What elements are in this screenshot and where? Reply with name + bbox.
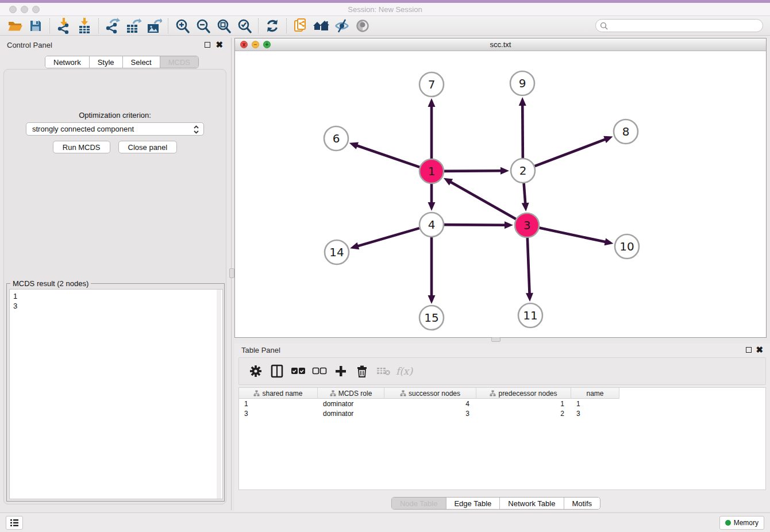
column-header[interactable]: MCDS role xyxy=(318,388,384,399)
graph-edge-4-3[interactable] xyxy=(444,225,506,225)
arrowhead-icon xyxy=(349,142,359,149)
tab-style[interactable]: Style xyxy=(90,56,123,68)
graph-edge-1-2[interactable] xyxy=(444,171,502,171)
toolbar-separator xyxy=(49,18,50,33)
tab-node-table[interactable]: Node Table xyxy=(392,498,446,509)
column-header[interactable]: name xyxy=(571,388,619,399)
tab-network-table[interactable]: Network Table xyxy=(500,498,564,509)
checked-boxes-icon xyxy=(291,367,306,375)
tab-select[interactable]: Select xyxy=(123,56,160,68)
horizontal-splitter-grip[interactable] xyxy=(491,337,500,342)
export-table-button[interactable] xyxy=(123,17,144,34)
hide-selected-button[interactable] xyxy=(332,17,352,34)
refresh-view-button[interactable] xyxy=(262,17,283,34)
network-view-window: x − + scc.txt 7968124314101511 xyxy=(234,38,767,338)
graph-edge-3-10[interactable] xyxy=(540,228,606,242)
attribute-tree-icon xyxy=(330,390,336,396)
column-header[interactable]: shared name xyxy=(239,388,318,399)
float-table-panel-icon[interactable] xyxy=(746,347,752,353)
table-cell[interactable]: 2 xyxy=(476,408,571,418)
import-table-icon xyxy=(76,18,93,34)
graph-edge-3-1[interactable] xyxy=(450,182,516,219)
add-button[interactable] xyxy=(330,361,351,381)
zoom-in-button[interactable] xyxy=(172,17,192,34)
clone-network-button[interactable] xyxy=(290,17,311,34)
tab-mcds[interactable]: MCDS xyxy=(160,56,198,68)
delete-button[interactable] xyxy=(351,361,372,381)
table-panel-title: Table Panel xyxy=(241,346,280,354)
table-cell[interactable]: dominator xyxy=(318,399,384,408)
function-icon: f(x) xyxy=(396,365,413,377)
selected-option: strongly connected component xyxy=(32,125,134,133)
arrowhead-icon xyxy=(500,167,509,175)
save-session-button[interactable] xyxy=(25,17,46,34)
optimization-criterion-select[interactable]: strongly connected component xyxy=(26,122,204,136)
table-cell[interactable]: 3 xyxy=(384,408,476,418)
main-toolbar xyxy=(0,16,770,36)
tab-edge-table[interactable]: Edge Table xyxy=(446,498,500,509)
graph-edge-4-14[interactable] xyxy=(357,228,419,246)
zoom-out-icon xyxy=(195,18,210,33)
float-panel-icon[interactable] xyxy=(205,42,210,48)
memory-status-icon xyxy=(725,520,731,526)
import-table-button[interactable] xyxy=(74,17,95,34)
zoom-selected-button[interactable] xyxy=(234,17,255,34)
save-icon xyxy=(29,19,43,33)
export-image-button[interactable] xyxy=(144,17,164,34)
show-all-button[interactable] xyxy=(352,17,373,34)
memory-button[interactable]: Memory xyxy=(719,516,764,530)
graph-node-label: 2 xyxy=(519,164,527,178)
graph-edge-1-6[interactable] xyxy=(356,145,419,167)
close-panel-button[interactable]: Close panel xyxy=(118,141,178,153)
arrowhead-icon xyxy=(428,202,436,211)
task-history-button[interactable] xyxy=(6,516,23,530)
column-header[interactable]: predecessor nodes xyxy=(476,388,571,399)
export-network-button[interactable] xyxy=(102,17,123,34)
network-canvas[interactable]: 7968124314101511 xyxy=(235,51,766,337)
result-scrollbar[interactable] xyxy=(217,290,221,499)
graph-node-label: 10 xyxy=(619,240,634,253)
column-header[interactable]: successor nodes xyxy=(384,388,476,399)
close-table-panel-icon[interactable]: ✖ xyxy=(756,345,763,355)
run-mcds-button[interactable]: Run MCDS xyxy=(53,141,110,153)
zoom-fit-button[interactable] xyxy=(213,17,234,34)
graph-edge-2-8[interactable] xyxy=(535,139,606,166)
table-row[interactable]: 1dominator411 xyxy=(239,399,619,408)
network-graph: 7968124314101511 xyxy=(235,51,766,337)
zoom-out-button[interactable] xyxy=(192,17,213,34)
browse-column-button[interactable] xyxy=(266,361,287,381)
first-neighbors-button[interactable] xyxy=(311,17,332,34)
deselect-all-button[interactable] xyxy=(309,361,330,381)
graph-node-label: 8 xyxy=(622,125,630,138)
function-builder-button[interactable]: f(x) xyxy=(394,361,415,381)
table-cell[interactable]: dominator xyxy=(318,408,384,418)
table-cell[interactable]: 1 xyxy=(476,399,571,408)
tab-network[interactable]: Network xyxy=(45,56,90,68)
optimization-criterion-label: Optimization criterion: xyxy=(4,111,226,119)
vertical-splitter-grip[interactable] xyxy=(229,268,234,278)
graph-node-label: 9 xyxy=(519,76,526,90)
graph-node-label: 7 xyxy=(428,78,436,91)
attribute-tree-icon xyxy=(253,390,260,396)
delete-column-button[interactable] xyxy=(372,361,394,381)
graph-edge-3-11[interactable] xyxy=(528,238,530,294)
table-cell[interactable]: 1 xyxy=(571,399,619,408)
open-session-button[interactable] xyxy=(5,17,25,34)
search-input[interactable] xyxy=(608,21,763,31)
network-window-titlebar[interactable]: x − + scc.txt xyxy=(235,38,766,51)
table-row[interactable]: 3dominator323 xyxy=(239,408,619,418)
mcds-result-textarea[interactable]: 1 3 xyxy=(9,289,223,499)
graph-edge-2-3[interactable] xyxy=(524,183,526,204)
tab-motifs[interactable]: Motifs xyxy=(564,498,600,509)
table-cell[interactable]: 3 xyxy=(239,408,318,418)
table-settings-button[interactable] xyxy=(245,361,266,381)
graph-edge-2-9[interactable] xyxy=(522,105,523,158)
table-cell[interactable]: 3 xyxy=(571,408,619,418)
column-header-label: predecessor nodes xyxy=(498,390,557,398)
graph-node-label: 14 xyxy=(329,245,344,259)
table-cell[interactable]: 1 xyxy=(239,399,318,408)
close-panel-icon[interactable]: ✖ xyxy=(215,40,223,50)
import-network-button[interactable] xyxy=(53,17,74,34)
select-all-button[interactable] xyxy=(287,361,309,381)
table-cell[interactable]: 4 xyxy=(384,399,476,408)
